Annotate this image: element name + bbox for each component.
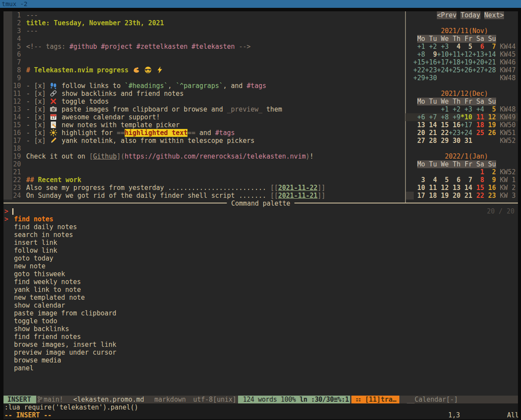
palette-item[interactable]: paste image from clipboard bbox=[3, 309, 518, 317]
calendar-day[interactable]: +12 bbox=[460, 51, 472, 58]
calendar-day[interactable]: 11 bbox=[472, 113, 484, 121]
calendar-day[interactable]: +26 bbox=[460, 66, 472, 74]
calendar-day[interactable]: 5 bbox=[437, 176, 449, 184]
calendar-day[interactable]: 12 bbox=[484, 113, 496, 121]
calendar-day[interactable]: +2 bbox=[425, 43, 437, 51]
editor-line[interactable]: 21 bbox=[3, 168, 405, 176]
calendar-day[interactable]: 15 bbox=[437, 121, 449, 129]
calendar-day[interactable]: 5 bbox=[460, 43, 472, 51]
calendar-day[interactable]: 27 bbox=[413, 137, 425, 145]
editor-line[interactable]: 23Also see my progress from yesterday ..… bbox=[3, 184, 405, 192]
calendar-day[interactable]: +15 bbox=[413, 58, 425, 66]
calendar-day[interactable]: +8 bbox=[437, 113, 449, 121]
editor-line[interactable]: 4 bbox=[3, 35, 405, 43]
calendar-day[interactable]: +22 bbox=[413, 66, 425, 74]
editor-line[interactable]: 5<!-- tags: #github #project #zettelkast… bbox=[3, 43, 405, 51]
calendar-day[interactable]: 18 bbox=[425, 192, 437, 200]
command-palette[interactable]: >20 / 20 >find notesfind daily notessear… bbox=[3, 207, 518, 372]
calendar-day[interactable]: 4 bbox=[449, 43, 460, 51]
calendar-day[interactable]: +6 bbox=[413, 113, 425, 121]
editor-line[interactable]: 19Check it out on [Github](https://githu… bbox=[3, 152, 405, 160]
tab-indicator[interactable]: [11]tra… bbox=[351, 396, 399, 403]
calendar-day[interactable]: 16 bbox=[449, 121, 460, 129]
calendar-button-next[interactable]: Next> bbox=[484, 11, 504, 19]
palette-item[interactable]: yank link to note bbox=[3, 286, 518, 294]
calendar-day[interactable]: 18 bbox=[472, 121, 484, 129]
calendar-day[interactable]: +17 bbox=[460, 121, 472, 129]
editor-line[interactable]: 6 bbox=[3, 51, 405, 58]
calendar-day[interactable]: 20 bbox=[413, 129, 425, 137]
calendar-day[interactable]: +13 bbox=[472, 51, 484, 58]
calendar-day[interactable]: 14 bbox=[425, 121, 437, 129]
editor-line[interactable]: 8# Telekasten.nvim progress bbox=[3, 66, 405, 74]
calendar-day[interactable]: 13 bbox=[413, 121, 425, 129]
calendar-day[interactable]: 11 bbox=[425, 184, 437, 192]
editor-line[interactable]: 18 bbox=[3, 145, 405, 152]
calendar-pane[interactable]: <Prev Today Next> 2021/11(Nov) Mo Tu We … bbox=[405, 11, 518, 200]
calendar-day[interactable]: 6 bbox=[449, 176, 460, 184]
palette-item[interactable]: find weekly notes bbox=[3, 278, 518, 286]
calendar-day[interactable]: 13 bbox=[449, 184, 460, 192]
palette-item[interactable]: browse images, insert link bbox=[3, 341, 518, 349]
palette-item[interactable]: panel bbox=[3, 364, 518, 372]
palette-prompt[interactable]: >20 / 20 bbox=[3, 207, 518, 215]
calendar-day[interactable]: +10 bbox=[437, 51, 449, 58]
editor-line[interactable]: 13- [x] paste images from clipboard or b… bbox=[3, 105, 405, 113]
calendar-day[interactable]: 19 bbox=[437, 192, 449, 200]
calendar-day[interactable]: 29 bbox=[437, 137, 449, 145]
calendar-day[interactable]: 12 bbox=[437, 184, 449, 192]
calendar-day[interactable]: +1 bbox=[437, 105, 449, 113]
editor-line[interactable]: 7 bbox=[3, 58, 405, 66]
editor-line[interactable]: 14- [x] 17 awesome calendar support! bbox=[3, 113, 405, 121]
calendar-day[interactable]: +3 bbox=[437, 43, 449, 51]
calendar-day[interactable]: 2 bbox=[484, 168, 496, 176]
calendar-day[interactable]: 7 bbox=[460, 176, 472, 184]
calendar-day[interactable]: 23 bbox=[484, 192, 496, 200]
calendar-day[interactable]: +23 bbox=[425, 66, 437, 74]
calendar-day[interactable]: +1 bbox=[413, 43, 425, 51]
editor-line[interactable]: 3--- bbox=[3, 27, 405, 35]
calendar-day[interactable]: +23 bbox=[449, 129, 460, 137]
calendar-day[interactable]: 17 bbox=[413, 192, 425, 200]
palette-item[interactable]: find daily notes bbox=[3, 223, 518, 231]
editor-line[interactable]: 24On Sunday we got rid of the daily find… bbox=[3, 192, 405, 200]
calendar-day[interactable]: 9 bbox=[425, 51, 437, 58]
editor-line[interactable]: 22## Recent work bbox=[3, 176, 405, 184]
calendar-day[interactable]: 16 bbox=[484, 184, 496, 192]
editor-pane[interactable]: 1---2title: Tuesday, November 23th, 2021… bbox=[3, 11, 405, 200]
palette-item[interactable]: find friend notes bbox=[3, 333, 518, 341]
calendar-day[interactable]: +24 bbox=[437, 66, 449, 74]
calendar-day[interactable]: 15 bbox=[472, 184, 484, 192]
calendar-day[interactable]: 5 bbox=[484, 105, 496, 113]
palette-item[interactable]: new note bbox=[3, 262, 518, 270]
calendar-day[interactable]: 22 bbox=[472, 192, 484, 200]
editor-line[interactable]: 2title: Tuesday, November 23th, 2021 bbox=[3, 19, 405, 27]
calendar-day[interactable]: +30 bbox=[425, 74, 437, 82]
calendar-day[interactable]: 26 bbox=[484, 129, 496, 137]
calendar-button-prev[interactable]: <Prev bbox=[437, 11, 456, 19]
editor-line[interactable]: 11- [x] show backlinks and friend notes bbox=[3, 90, 405, 98]
command-line[interactable]: :lua require('telekasten').panel() bbox=[3, 403, 518, 411]
calendar-day[interactable]: 30 bbox=[449, 137, 460, 145]
calendar-day[interactable]: +21 bbox=[484, 58, 496, 66]
calendar-day[interactable]: +7 bbox=[425, 113, 437, 121]
editor-line[interactable]: 16- [x] highlight for ==highlighted text… bbox=[3, 129, 405, 137]
calendar-day[interactable]: +18 bbox=[449, 58, 460, 66]
calendar-day[interactable]: +24 bbox=[460, 129, 472, 137]
palette-item[interactable]: >find notes bbox=[3, 215, 518, 223]
calendar-button-today[interactable]: Today bbox=[460, 11, 480, 19]
calendar-day[interactable]: *10 bbox=[460, 113, 472, 121]
calendar-day[interactable]: +11 bbox=[449, 51, 460, 58]
calendar-day[interactable]: 14 bbox=[460, 184, 472, 192]
calendar-day[interactable]: 1 bbox=[472, 168, 484, 176]
calendar-day[interactable]: 20 bbox=[449, 192, 460, 200]
palette-item[interactable]: show backlinks bbox=[3, 325, 518, 333]
palette-item[interactable]: browse media bbox=[3, 356, 518, 364]
calendar-day[interactable]: 21 bbox=[460, 192, 472, 200]
calendar-day[interactable]: +3 bbox=[460, 105, 472, 113]
calendar-day[interactable]: 4 bbox=[425, 176, 437, 184]
editor-line[interactable]: 20 bbox=[3, 160, 405, 168]
calendar-day[interactable]: +20 bbox=[472, 58, 484, 66]
palette-item[interactable]: new templated note bbox=[3, 294, 518, 301]
editor-line[interactable]: 9 bbox=[3, 74, 405, 82]
